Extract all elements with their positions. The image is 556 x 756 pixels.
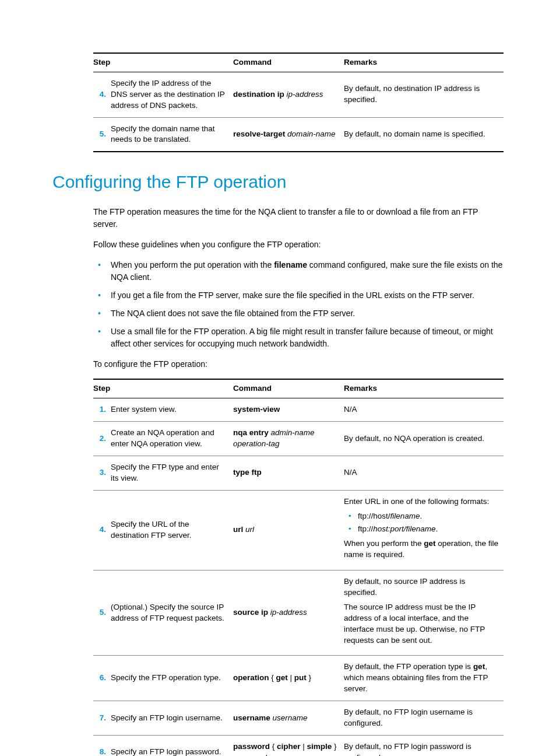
col-remarks: Remarks — [344, 379, 504, 398]
remarks-cell: By default, no destination IP address is… — [344, 72, 504, 117]
configure-intro: To configure the FTP operation: — [93, 358, 504, 370]
table-row: 8. Specify an FTP login password. passwo… — [93, 735, 504, 756]
table-row: 6. Specify the FTP operation type. opera… — [93, 656, 504, 701]
step-number: 2. — [93, 422, 111, 456]
remarks-cell: N/A — [344, 398, 504, 422]
table-row: 2. Create an NQA operation and enter NQA… — [93, 422, 504, 456]
col-command: Command — [233, 379, 344, 398]
command-cell: operation { get | put } — [233, 656, 344, 701]
remarks-cell: By default, the FTP operation type is ge… — [344, 656, 504, 701]
command-cell: nqa entry admin-name operation-tag — [233, 422, 344, 456]
col-remarks: Remarks — [344, 53, 504, 72]
step-number: 8. — [93, 735, 111, 756]
step-number: 4. — [93, 490, 111, 570]
table-row: 1. Enter system view. system-view N/A — [93, 398, 504, 422]
remarks-cell: Enter URL in one of the following format… — [344, 490, 504, 570]
list-item: If you get a file from the FTP server, m… — [93, 289, 504, 302]
dns-steps-table: Step Command Remarks 4. Specify the IP a… — [93, 52, 504, 152]
list-item: The NQA client does not save the file ob… — [93, 307, 504, 320]
command-cell: resolve-target domain-name — [233, 117, 344, 152]
step-desc: Specify an FTP login password. — [111, 735, 233, 756]
command-cell: password { cipher | simple } password — [233, 735, 344, 756]
remarks-cell: By default, no FTP login password is con… — [344, 735, 504, 756]
step-number: 1. — [93, 398, 111, 422]
remarks-cell: N/A — [344, 456, 504, 490]
list-item: ftp://host:port/filename. — [344, 524, 499, 535]
step-desc: Specify the FTP type and enter its view. — [111, 456, 233, 490]
list-item: ftp://host/filename. — [344, 511, 499, 522]
table-row: 5. (Optional.) Specify the source IP add… — [93, 570, 504, 656]
col-step: Step — [93, 379, 233, 398]
step-number: 5. — [93, 117, 111, 152]
list-item: Use a small file for the FTP operation. … — [93, 326, 504, 350]
command-cell: source ip ip-address — [233, 570, 344, 656]
step-desc: Specify the URL of the destination FTP s… — [111, 490, 233, 570]
step-number: 4. — [93, 72, 111, 117]
command-cell: url url — [233, 490, 344, 570]
command-cell: destination ip ip-address — [233, 72, 344, 117]
step-desc: Specify an FTP login username. — [111, 701, 233, 736]
table-row: 7. Specify an FTP login username. userna… — [93, 701, 504, 736]
section-heading: Configuring the FTP operation — [52, 170, 504, 194]
table-row: 4. Specify the IP address of the DNS ser… — [93, 72, 504, 117]
guideline-list: When you perform the put operation with … — [93, 259, 504, 350]
step-desc: Enter system view. — [111, 398, 233, 422]
step-number: 6. — [93, 656, 111, 701]
step-number: 5. — [93, 570, 111, 656]
remarks-cell: By default, no NQA operation is created. — [344, 422, 504, 456]
intro-paragraph: The FTP operation measures the time for … — [93, 206, 504, 230]
step-number: 3. — [93, 456, 111, 490]
step-desc: Specify the FTP operation type. — [111, 656, 233, 701]
table-row: 4. Specify the URL of the destination FT… — [93, 490, 504, 570]
remarks-cell: By default, no domain name is specified. — [344, 117, 504, 152]
step-desc: Create an NQA operation and enter NQA op… — [111, 422, 233, 456]
table-row: 3. Specify the FTP type and enter its vi… — [93, 456, 504, 490]
remarks-cell: By default, no source IP address is spec… — [344, 570, 504, 656]
col-command: Command — [233, 53, 344, 72]
command-cell: username username — [233, 701, 344, 736]
col-step: Step — [93, 53, 233, 72]
table-row: 5. Specify the domain name that needs to… — [93, 117, 504, 152]
remarks-cell: By default, no FTP login username is con… — [344, 701, 504, 736]
command-cell: system-view — [233, 398, 344, 422]
ftp-steps-table: Step Command Remarks 1. Enter system vie… — [93, 379, 504, 756]
list-item: When you perform the put operation with … — [93, 259, 504, 284]
command-cell: type ftp — [233, 456, 344, 490]
step-desc: Specify the domain name that needs to be… — [111, 117, 233, 152]
step-desc: Specify the IP address of the DNS server… — [111, 72, 233, 117]
step-number: 7. — [93, 701, 111, 736]
step-desc: (Optional.) Specify the source IP addres… — [111, 570, 233, 656]
guidelines-intro: Follow these guidelines when you configu… — [93, 239, 504, 251]
